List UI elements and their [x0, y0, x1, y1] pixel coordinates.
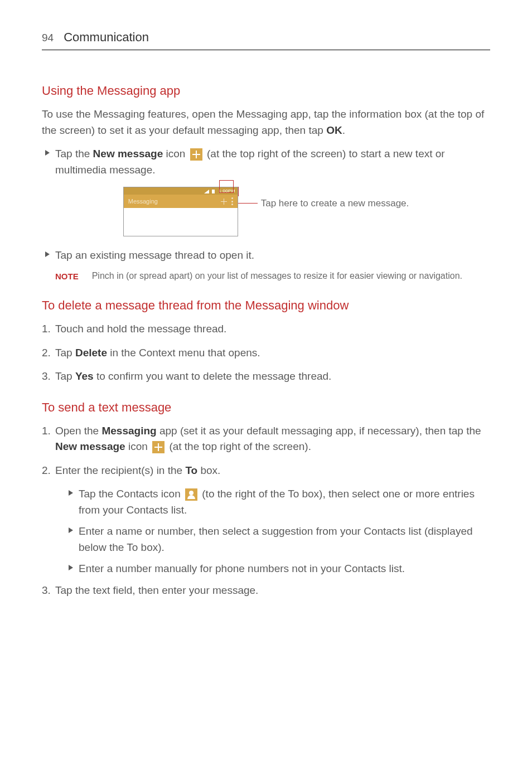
phone-screenshot: 1:00PM Messaging	[123, 187, 238, 236]
text: Tap the	[55, 148, 93, 159]
bullet-arrow-icon	[69, 565, 73, 570]
text: Tap	[55, 347, 75, 359]
bullet-text: Tap the New message icon (at the top rig…	[55, 146, 490, 178]
text: app (set it as your default messaging ap…	[157, 425, 481, 437]
text: Tap the Contacts icon	[79, 488, 183, 500]
step-text: Tap Yes to confirm you want to delete th…	[55, 369, 331, 385]
yes-label: Yes	[75, 370, 94, 382]
contacts-icon	[185, 488, 197, 501]
screenshot-row: 1:00PM Messaging Tap here to create a ne…	[42, 187, 490, 236]
section-heading-using-messaging: Using the Messaging app	[42, 81, 490, 100]
chapter-title: Communication	[64, 28, 149, 46]
bullet-existing-thread: Tap an existing message thread to open i…	[42, 248, 490, 264]
step-1: 1. Touch and hold the message thread.	[42, 321, 490, 337]
bullet-text: Tap the Contacts icon (to the right of t…	[79, 486, 490, 518]
note-text: Pinch in (or spread apart) on your list …	[92, 269, 462, 283]
text: to confirm you want to delete the messag…	[94, 370, 332, 382]
step-number: 3.	[42, 369, 55, 385]
send-step-3: 3. Tap the text field, then enter your m…	[42, 583, 490, 599]
callout: Tap here to create a new message.	[238, 196, 409, 211]
svg-marker-0	[45, 150, 50, 156]
svg-marker-1	[45, 251, 50, 257]
text: Enter the recipient(s) in the	[55, 464, 185, 476]
step-3: 3. Tap Yes to confirm you want to delete…	[42, 369, 490, 385]
overflow-icon	[231, 197, 233, 205]
callout-connector-h	[238, 203, 258, 204]
step-text: Touch and hold the message thread.	[55, 321, 226, 337]
text: Tap	[55, 370, 75, 382]
app-title: Messaging	[128, 197, 158, 206]
text: (at the top right of the screen).	[166, 440, 311, 452]
svg-marker-3	[69, 527, 73, 533]
text: .	[342, 124, 345, 136]
step-2: 2. Tap Delete in the Context menu that o…	[42, 345, 490, 361]
note-label: NOTE	[55, 269, 79, 283]
app-bar-actions	[221, 197, 235, 205]
bullet-arrow-icon	[69, 490, 73, 496]
step-number: 2.	[42, 463, 55, 479]
plus-icon	[190, 148, 202, 161]
bullet-arrow-icon	[45, 150, 50, 156]
page-number: 94	[42, 30, 54, 46]
send-step-2: 2. Enter the recipient(s) in the To box.	[42, 463, 490, 479]
step-text: Tap Delete in the Context menu that open…	[55, 345, 260, 361]
text: To use the Messaging features, open the …	[42, 108, 484, 136]
callout-text: Tap here to create a new message.	[261, 196, 409, 211]
section-heading-send-text: To send a text message	[42, 398, 490, 417]
step-number: 1.	[42, 321, 55, 337]
callout-connector-v	[238, 187, 239, 196]
sub-bullet-enter-number: Enter a number manually for phone number…	[42, 561, 490, 577]
to-label: To	[185, 464, 197, 476]
text: icon	[125, 440, 151, 452]
step-text: Open the Messaging app (set it as your d…	[55, 423, 490, 455]
intro-paragraph: To use the Messaging features, open the …	[42, 106, 490, 138]
text: Open the	[55, 425, 101, 437]
step-text: Enter the recipient(s) in the To box.	[55, 463, 220, 479]
bullet-new-message: Tap the New message icon (at the top rig…	[42, 146, 490, 178]
section-heading-delete-thread: To delete a message thread from the Mess…	[42, 296, 490, 314]
step-number: 2.	[42, 345, 55, 361]
new-message-label: New message	[55, 440, 125, 452]
bullet-text: Enter a number manually for phone number…	[79, 561, 405, 577]
plus-icon	[152, 441, 165, 453]
sub-bullet-enter-name: Enter a name or number, then select a su…	[42, 524, 490, 555]
step-text: Tap the text field, then enter your mess…	[55, 583, 258, 599]
note-row: NOTE Pinch in (or spread apart) on your …	[42, 269, 490, 283]
phone-body	[124, 208, 238, 236]
app-bar: Messaging	[124, 195, 238, 208]
svg-marker-2	[69, 490, 73, 496]
text: in the Context menu that opens.	[107, 347, 260, 359]
sub-bullet-contacts-icon: Tap the Contacts icon (to the right of t…	[42, 486, 490, 518]
page-header: 94 Communication	[42, 28, 490, 50]
text: box.	[197, 464, 220, 476]
messaging-label: Messaging	[101, 425, 156, 437]
svg-marker-4	[69, 565, 73, 570]
ok-label: OK	[326, 124, 342, 136]
send-step-1: 1. Open the Messaging app (set it as you…	[42, 423, 490, 455]
step-number: 1.	[42, 423, 55, 455]
new-message-label: New message	[93, 148, 163, 159]
text: icon	[163, 148, 188, 159]
step-number: 3.	[42, 583, 55, 599]
signal-icon	[200, 189, 217, 193]
bullet-arrow-icon	[45, 251, 50, 257]
delete-label: Delete	[75, 347, 107, 359]
callout-highlight-box	[219, 180, 234, 193]
new-message-icon	[221, 198, 227, 205]
bullet-text: Tap an existing message thread to open i…	[55, 248, 254, 264]
bullet-text: Enter a name or number, then select a su…	[79, 524, 490, 555]
bullet-arrow-icon	[69, 527, 73, 533]
